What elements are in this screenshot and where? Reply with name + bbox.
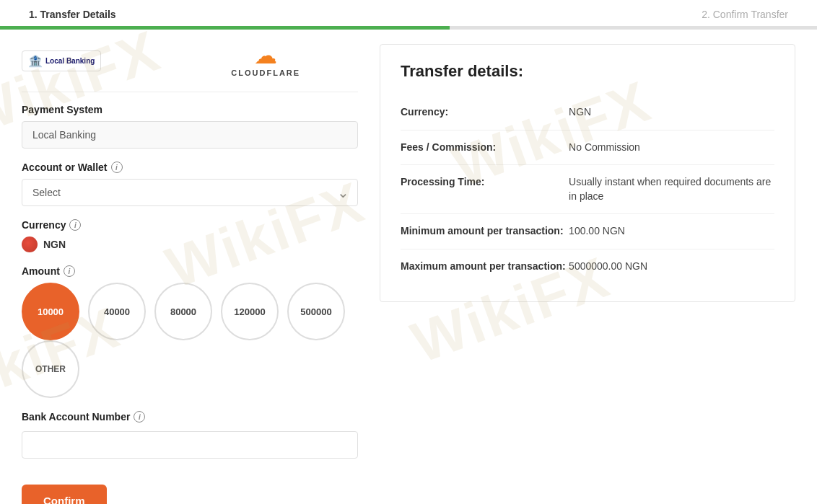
currency-section: Currency i NGN [22, 219, 358, 252]
detail-row-max-amount: Maximum amount per transaction: 5000000.… [401, 249, 774, 284]
detail-row-min-amount: Minimum amount per transaction: 100.00 N… [401, 214, 774, 249]
payment-system-label: Payment System [22, 104, 358, 115]
transfer-details-card: Transfer details: Currency: NGN Fees / C… [380, 44, 795, 302]
amount-buttons-row2: OTHER [22, 340, 358, 398]
payment-system-display: Local Banking [22, 121, 358, 149]
detail-row-fees: Fees / Commission: No Commission [401, 131, 774, 166]
section-divider [22, 92, 358, 92]
bank-account-input[interactable] [22, 431, 358, 459]
currency-label: Currency i [22, 219, 358, 231]
amount-btn-500000[interactable]: 500000 [287, 283, 345, 340]
steps-row: 1. Transfer Details 2. Confirm Transfer [0, 9, 817, 20]
cloudflare-logo: ☁ CLOUDFLARE [231, 44, 300, 77]
bank-account-info-icon[interactable]: i [134, 411, 145, 423]
local-banking-label: Local Banking [45, 57, 95, 65]
progress-track [0, 26, 817, 30]
detail-key-max-amount: Maximum amount per transaction: [401, 260, 569, 274]
detail-key-currency: Currency: [401, 105, 569, 120]
amount-btn-other[interactable]: OTHER [22, 340, 79, 398]
amount-info-icon[interactable]: i [64, 265, 75, 277]
account-wallet-select-wrapper: Select ⌄ [22, 179, 358, 206]
progress-fill [0, 26, 450, 30]
right-panel: Transfer details: Currency: NGN Fees / C… [380, 44, 795, 504]
account-wallet-section: Account or Wallet i Select ⌄ [22, 162, 358, 206]
amount-btn-120000[interactable]: 120000 [221, 283, 279, 340]
payment-system-section: Payment System Local Banking [22, 104, 358, 149]
main-layout: 🏦 Local Banking ☁ CLOUDFLARE Payment Sys… [0, 30, 817, 504]
bank-account-section: Bank Account Number i [22, 411, 358, 459]
detail-row-processing: Processing Time: Usually instant when re… [401, 165, 774, 214]
left-panel: 🏦 Local Banking ☁ CLOUDFLARE Payment Sys… [22, 44, 358, 504]
detail-row-currency: Currency: NGN [401, 95, 774, 131]
bank-icon: 🏦 [28, 54, 43, 68]
detail-value-min-amount: 100.00 NGN [569, 224, 774, 239]
amount-btn-80000[interactable]: 80000 [154, 283, 212, 340]
account-wallet-label: Account or Wallet i [22, 162, 358, 173]
cloudflare-text: CLOUDFLARE [231, 68, 300, 77]
currency-row: NGN [22, 236, 358, 252]
local-banking-logo: 🏦 Local Banking [22, 50, 101, 71]
currency-dot-icon [22, 236, 38, 252]
amount-label: Amount i [22, 265, 358, 277]
logo-row: 🏦 Local Banking ☁ CLOUDFLARE [22, 44, 358, 77]
amount-btn-10000[interactable]: 10000 [22, 283, 79, 340]
currency-value: NGN [43, 239, 66, 250]
detail-key-min-amount: Minimum amount per transaction: [401, 224, 569, 239]
currency-info-icon[interactable]: i [69, 219, 81, 231]
detail-value-max-amount: 5000000.00 NGN [569, 260, 774, 274]
cloudflare-cloud-icon: ☁ [254, 44, 277, 67]
transfer-details-title: Transfer details: [401, 62, 774, 81]
detail-value-processing: Usually instant when required documents … [569, 175, 774, 203]
account-wallet-select[interactable]: Select [22, 179, 358, 206]
step-2-label: 2. Confirm Transfer [702, 9, 788, 20]
amount-btn-40000[interactable]: 40000 [88, 283, 146, 340]
bank-account-label: Bank Account Number i [22, 411, 358, 423]
progress-bar-area: 1. Transfer Details 2. Confirm Transfer [0, 0, 817, 30]
amount-buttons: 10000 40000 80000 120000 500000 [22, 283, 358, 340]
detail-key-processing: Processing Time: [401, 175, 569, 203]
account-wallet-info-icon[interactable]: i [111, 162, 123, 173]
detail-value-fees: No Commission [569, 141, 774, 155]
detail-key-fees: Fees / Commission: [401, 141, 569, 155]
step-1-label: 1. Transfer Details [29, 9, 116, 20]
detail-value-currency: NGN [569, 105, 774, 120]
confirm-button[interactable]: Confirm [22, 485, 107, 504]
amount-section: Amount i 10000 40000 80000 120000 500000… [22, 265, 358, 398]
